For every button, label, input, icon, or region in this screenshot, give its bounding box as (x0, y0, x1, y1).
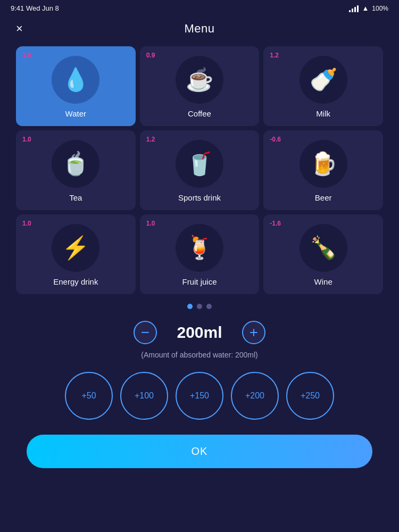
drink-name-tea: Tea (69, 193, 82, 202)
status-bar: 9:41 Wed Jun 8 ▲ 100% (0, 0, 399, 16)
drink-name-milk: Milk (316, 109, 330, 118)
absorbed-text: (Amount of absorbed water: 200ml) (0, 351, 399, 359)
drink-card-milk[interactable]: 1.2🍼Milk (263, 46, 383, 126)
drink-icon-wine: 🍾 (300, 224, 347, 272)
decrease-button[interactable]: − (134, 321, 157, 344)
multiplier-sports-drink: 1.2 (146, 136, 155, 143)
drink-card-sports-drink[interactable]: 1.2🥤Sports drink (140, 130, 260, 210)
status-time: 9:41 Wed Jun 8 (11, 4, 59, 12)
multiplier-fruit-juice: 1.0 (146, 220, 155, 227)
pagination-dot-1[interactable] (197, 304, 202, 309)
drink-card-wine[interactable]: -1.6🍾Wine (263, 214, 383, 294)
drink-icon-fruit-juice: 🍹 (176, 224, 223, 272)
drink-card-energy-drink[interactable]: 1.0⚡Energy drink (16, 214, 136, 294)
signal-icon (349, 5, 359, 12)
quick-add-row: +50+100+150+200+250 (0, 372, 399, 420)
multiplier-energy-drink: 1.0 (22, 220, 31, 227)
pagination-dot-0[interactable] (187, 304, 193, 309)
drink-name-energy-drink: Energy drink (53, 277, 98, 286)
drink-icon-energy-drink: ⚡ (52, 224, 99, 272)
drink-card-tea[interactable]: 1.0🍵Tea (16, 130, 136, 210)
battery-level: 100% (372, 5, 388, 12)
quick-add-100[interactable]: +100 (120, 372, 168, 420)
drink-card-fruit-juice[interactable]: 1.0🍹Fruit juice (140, 214, 260, 294)
multiplier-tea: 1.0 (22, 136, 31, 143)
drink-icon-milk: 🍼 (300, 56, 347, 104)
quick-add-150[interactable]: +150 (176, 372, 223, 420)
quick-add-200[interactable]: +200 (231, 372, 279, 420)
multiplier-coffee: 0.9 (146, 52, 155, 59)
quick-add-250[interactable]: +250 (286, 372, 334, 420)
drink-grid: 1.0💧Water0.9☕Coffee1.2🍼Milk1.0🍵Tea1.2🥤Sp… (0, 46, 399, 294)
drink-name-coffee: Coffee (188, 109, 211, 118)
multiplier-milk: 1.2 (270, 52, 279, 59)
drink-card-coffee[interactable]: 0.9☕Coffee (140, 46, 260, 126)
wifi-icon: ▲ (362, 4, 369, 12)
drink-icon-sports-drink: 🥤 (176, 140, 223, 188)
header: × Menu (0, 16, 399, 41)
pagination-dot-2[interactable] (206, 304, 212, 309)
page-title: Menu (184, 22, 214, 36)
drink-name-wine: Wine (314, 277, 332, 286)
drink-card-water[interactable]: 1.0💧Water (16, 46, 136, 126)
multiplier-water: 1.0 (22, 52, 31, 59)
drink-icon-tea: 🍵 (52, 140, 99, 188)
quick-add-50[interactable]: +50 (65, 372, 113, 420)
drink-name-sports-drink: Sports drink (178, 193, 221, 202)
drink-icon-water: 💧 (52, 56, 99, 104)
ok-button-container: OK (0, 435, 399, 468)
increase-button[interactable]: + (242, 321, 265, 344)
status-indicators: ▲ 100% (349, 4, 388, 12)
drink-name-water: Water (65, 109, 86, 118)
drink-card-beer[interactable]: -0.6🍺Beer (263, 130, 383, 210)
ok-button[interactable]: OK (27, 435, 372, 468)
pagination (0, 304, 399, 309)
amount-control: − 200ml + (0, 321, 399, 344)
drink-name-beer: Beer (315, 193, 332, 202)
drink-icon-beer: 🍺 (300, 140, 347, 188)
drink-name-fruit-juice: Fruit juice (182, 277, 217, 286)
drink-icon-coffee: ☕ (176, 56, 223, 104)
multiplier-beer: -0.6 (270, 136, 281, 143)
multiplier-wine: -1.6 (270, 220, 281, 227)
amount-value: 200ml (173, 323, 226, 342)
close-button[interactable]: × (16, 23, 23, 35)
